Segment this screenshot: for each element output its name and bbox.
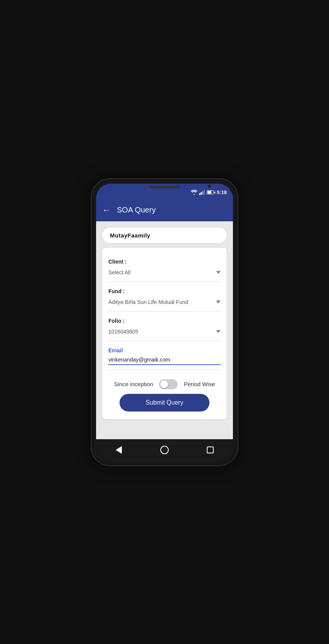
svg-rect-3 xyxy=(204,190,205,195)
status-icons: 5:18 xyxy=(191,189,227,195)
email-input[interactable] xyxy=(108,355,221,365)
nav-back-button[interactable] xyxy=(114,445,123,455)
email-field: Email xyxy=(108,344,221,370)
status-time: 5:18 xyxy=(217,189,227,195)
app-bar: ← SOA Query xyxy=(96,199,233,221)
app-title: SOA Query xyxy=(117,206,156,214)
client-chevron-icon xyxy=(216,271,221,274)
nav-home-button[interactable] xyxy=(160,445,169,455)
folio-chevron-icon xyxy=(216,330,221,333)
toggle-knob xyxy=(160,380,168,388)
search-text: MutayFaamily xyxy=(110,232,150,239)
back-nav-icon xyxy=(116,446,122,454)
recent-nav-icon xyxy=(207,446,214,453)
period-wise-label: Period Wise xyxy=(184,381,215,387)
submit-button[interactable]: Submit Query xyxy=(120,394,209,412)
fund-field: Fund : Aditya Birla Sun Life Mutual Fund xyxy=(108,285,221,312)
client-field: Client : Select All xyxy=(108,256,221,282)
phone-frame: 5:18 ← SOA Query MutayFaamily Client : S… xyxy=(91,179,238,465)
fund-chevron-icon xyxy=(216,300,221,304)
bottom-nav xyxy=(96,439,233,461)
fund-label: Fund : xyxy=(108,288,221,294)
since-inception-label: Since inception xyxy=(114,381,153,387)
period-toggle[interactable] xyxy=(159,379,178,389)
toggle-row: Since inception Period Wise xyxy=(108,373,221,394)
nav-recent-button[interactable] xyxy=(206,445,215,455)
fund-dropdown[interactable]: Aditya Birla Sun Life Mutual Fund xyxy=(108,297,221,307)
search-bar[interactable]: MutayFaamily xyxy=(102,227,227,243)
client-value: Select All xyxy=(108,269,131,276)
email-label: Email xyxy=(108,347,221,354)
folio-field: Folio : 1016049805 xyxy=(108,315,221,341)
phone-screen: 5:18 ← SOA Query MutayFaamily Client : S… xyxy=(96,184,233,461)
svg-rect-2 xyxy=(202,191,203,195)
fund-value: Aditya Birla Sun Life Mutual Fund xyxy=(108,299,188,305)
camera xyxy=(208,184,211,188)
folio-label: Folio : xyxy=(108,318,221,324)
svg-rect-1 xyxy=(201,192,202,195)
svg-rect-0 xyxy=(199,193,200,195)
form-card: Client : Select All Fund : Aditya Birla … xyxy=(102,248,227,419)
back-button[interactable]: ← xyxy=(102,205,111,215)
speaker xyxy=(149,186,180,188)
battery-icon xyxy=(207,190,214,194)
signal-icon xyxy=(199,190,205,195)
client-dropdown[interactable]: Select All xyxy=(108,268,221,277)
wifi-icon xyxy=(191,190,198,195)
folio-value: 1016049805 xyxy=(108,329,138,335)
client-label: Client : xyxy=(108,259,221,265)
main-content: MutayFaamily Client : Select All Fund : … xyxy=(96,221,233,439)
home-nav-icon xyxy=(160,446,169,454)
folio-dropdown[interactable]: 1016049805 xyxy=(108,327,221,336)
